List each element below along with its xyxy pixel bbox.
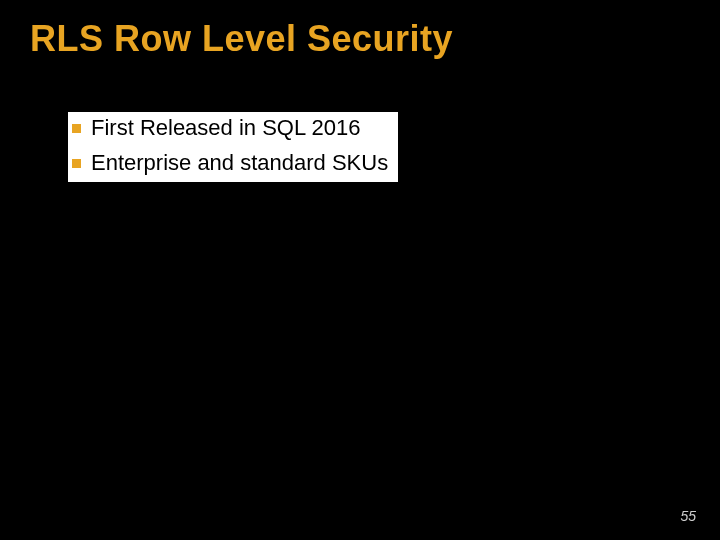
list-item: Enterprise and standard SKUs <box>68 147 398 179</box>
page-number: 55 <box>680 508 696 524</box>
bullet-square-icon <box>72 159 81 168</box>
bullet-square-icon <box>72 124 81 133</box>
slide-title: RLS Row Level Security <box>0 0 720 60</box>
bullet-list: First Released in SQL 2016 Enterprise an… <box>68 112 398 179</box>
bullet-text: First Released in SQL 2016 <box>91 115 360 141</box>
slide-content: First Released in SQL 2016 Enterprise an… <box>0 60 720 182</box>
list-item: First Released in SQL 2016 <box>68 112 370 144</box>
bullet-text: Enterprise and standard SKUs <box>91 150 388 176</box>
